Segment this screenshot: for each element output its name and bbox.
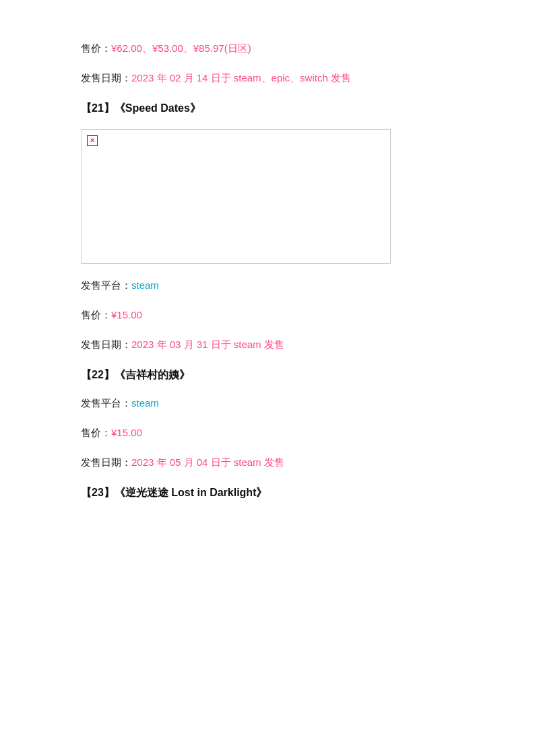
title-bracket-close-23: 】《 xyxy=(104,487,125,498)
release-date-value-top: 2023 年 02 月 14 日于 steam、epic、switch 发售 xyxy=(131,72,351,83)
price-label-21: 售价： xyxy=(81,309,111,320)
price-line-top: 售价：¥62.00、¥53.00、¥85.97(日区) xyxy=(81,40,468,57)
price-label-top: 售价： xyxy=(81,42,111,54)
release-date-value-22: 2023 年 05 月 04 日于 steam 发售 xyxy=(131,456,284,468)
title-bracket-open-23: 【 xyxy=(81,487,92,498)
release-date-line-22: 发售日期：2023 年 05 月 04 日于 steam 发售 xyxy=(81,454,468,471)
broken-image-icon-21: ✕ xyxy=(87,135,98,146)
price-value-22: ¥15.00 xyxy=(111,427,142,438)
title-bracket-close-21: 】《 xyxy=(104,102,125,114)
release-date-line-top: 发售日期：2023 年 02 月 14 日于 steam、epic、switch… xyxy=(81,70,468,86)
game-title-23: 【23】《逆光迷途 Lost in Darklight》 xyxy=(81,484,468,502)
page-content: 售价：¥62.00、¥53.00、¥85.97(日区) 发售日期：2023 年 … xyxy=(81,40,468,502)
price-label-22: 售价： xyxy=(81,427,111,438)
release-date-value-21: 2023 年 03 月 31 日于 steam 发售 xyxy=(131,339,284,350)
title-number-22: 22 xyxy=(92,369,104,380)
title-end-22: 》 xyxy=(179,369,190,380)
platform-label-21: 发售平台： xyxy=(81,279,131,291)
title-end-23: 》 xyxy=(256,487,267,498)
game-entry-23: 【23】《逆光迷途 Lost in Darklight》 xyxy=(81,484,468,502)
game-entry-21: 【21】《Speed Dates》 ✕ 发售平台：steam 售价：¥15.00… xyxy=(81,100,468,353)
game-entry-22: 【22】《吉祥村的姨》 发售平台：steam 售价：¥15.00 发售日期：20… xyxy=(81,366,468,471)
game-title-22: 【22】《吉祥村的姨》 xyxy=(81,366,468,384)
platform-label-22: 发售平台： xyxy=(81,397,131,409)
title-bracket-close-22: 】《 xyxy=(104,369,125,380)
price-line-21: 售价：¥15.00 xyxy=(81,307,468,323)
price-value-top: ¥62.00、¥53.00、¥85.97(日区) xyxy=(111,42,251,54)
game-image-21: ✕ xyxy=(81,129,391,264)
platform-value-22: steam xyxy=(131,397,159,409)
price-value-21: ¥15.00 xyxy=(111,309,142,320)
title-number-23: 23 xyxy=(92,487,104,498)
title-end-21: 》 xyxy=(190,102,201,114)
release-date-label-top: 发售日期： xyxy=(81,72,131,83)
top-info-block: 售价：¥62.00、¥53.00、¥85.97(日区) 发售日期：2023 年 … xyxy=(81,40,468,86)
price-line-22: 售价：¥15.00 xyxy=(81,425,468,441)
platform-line-21: 发售平台：steam xyxy=(81,277,468,294)
title-number-21: 21 xyxy=(92,102,104,114)
platform-line-22: 发售平台：steam xyxy=(81,395,468,411)
game-title-21: 【21】《Speed Dates》 xyxy=(81,100,468,117)
title-text-21: Speed Dates xyxy=(125,102,190,114)
release-date-label-22: 发售日期： xyxy=(81,456,131,468)
title-bracket-open-21: 【 xyxy=(81,102,92,114)
title-text-22: 吉祥村的姨 xyxy=(125,369,179,380)
title-text-23: 逆光迷途 Lost in Darklight xyxy=(125,487,257,498)
platform-value-21: steam xyxy=(131,279,159,291)
release-date-line-21: 发售日期：2023 年 03 月 31 日于 steam 发售 xyxy=(81,337,468,353)
title-bracket-open-22: 【 xyxy=(81,369,92,380)
release-date-label-21: 发售日期： xyxy=(81,339,131,350)
